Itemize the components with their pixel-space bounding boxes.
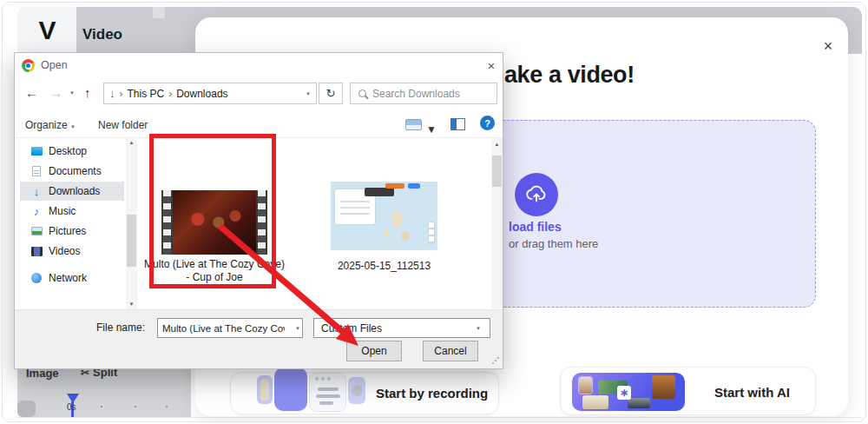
upload-button[interactable] — [515, 173, 558, 216]
pictures-icon — [30, 226, 43, 236]
timeline-zero-label: 0s — [67, 402, 76, 412]
breadcrumb-separator: › — [120, 88, 123, 100]
file-type-select[interactable]: Custom Files ▼ — [313, 318, 490, 338]
start-with-ai-label: Start with AI — [714, 385, 790, 400]
search-field[interactable] — [350, 83, 497, 104]
toolbar-separator — [15, 137, 503, 138]
downloads-icon: ↓ — [30, 186, 43, 196]
forward-button[interactable]: → — [49, 85, 62, 100]
file-name-combo[interactable]: ▼ — [157, 318, 303, 338]
app-logo-letter: V — [38, 16, 55, 45]
view-thumbnails-icon[interactable] — [405, 119, 422, 130]
preview-pane-icon[interactable] — [450, 118, 465, 130]
document-icon — [30, 166, 43, 176]
tab-notch — [153, 7, 165, 18]
file-name-dropdown-icon[interactable]: ▼ — [295, 326, 302, 331]
ai-tile-man — [652, 375, 675, 399]
history-dropdown-icon[interactable]: ▼ — [69, 90, 75, 96]
downloads-folder-icon: ↓ — [109, 87, 115, 100]
desktop-icon — [30, 146, 43, 156]
open-file-dialog: Open × ← → ▼ ↑ ↓ › This PC › Downloads ▼… — [14, 52, 503, 369]
view-dropdown-icon[interactable]: ▼ — [426, 123, 437, 136]
file-name-image[interactable]: 2025-05-15_112513 — [331, 260, 437, 273]
file-type-dropdown-icon: ▼ — [476, 326, 483, 331]
breadcrumb-downloads[interactable]: Downloads — [176, 88, 227, 100]
sidebar-item-downloads[interactable]: ↓Downloads — [20, 182, 124, 201]
map-tooltip — [365, 188, 394, 196]
film-strip-right — [256, 190, 267, 255]
organize-caret-icon: ▼ — [70, 124, 76, 129]
modal-heading: ake a video! — [504, 62, 635, 89]
map-zoom-controls — [429, 222, 434, 243]
ruler-tick — [101, 406, 102, 407]
dialog-title: Open — [41, 59, 68, 71]
app-logo[interactable]: V — [17, 7, 76, 54]
address-dropdown-icon[interactable]: ▼ — [306, 91, 311, 96]
dialog-footer: File name: ▼ Custom Files ▼ Open Cancel — [15, 309, 503, 368]
ai-tile-keyboard — [628, 398, 650, 408]
upload-hint: or drag them here — [509, 237, 598, 250]
map-button-orange — [385, 183, 404, 189]
breadcrumb-this-pc[interactable]: This PC — [128, 88, 165, 100]
start-with-ai-card[interactable]: ∗ Start with AI — [560, 367, 816, 415]
videos-icon — [30, 246, 43, 256]
sidebar-item-network[interactable]: Network — [20, 268, 124, 288]
search-icon — [358, 89, 366, 97]
network-icon — [30, 273, 43, 283]
film-strip-left — [161, 190, 173, 255]
refresh-button[interactable]: ↻ — [319, 83, 343, 104]
help-icon[interactable]: ? — [480, 116, 495, 130]
scrollbar-thumb[interactable] — [492, 156, 502, 187]
upload-files-link[interactable]: load files — [509, 220, 562, 234]
start-by-recording-label: Start by recording — [376, 386, 488, 401]
editor-timeline: Image ✂Split 0s — [17, 369, 191, 417]
recording-ghost-tile — [257, 375, 273, 404]
sidebar-item-desktop[interactable]: Desktop — [20, 142, 124, 161]
sidebar-item-documents[interactable]: Documents — [20, 162, 124, 181]
tab-video[interactable]: Video — [82, 26, 122, 43]
file-image-thumbnail[interactable] — [331, 182, 437, 250]
screenshot-root: V Video Image ✂Split 0s × ake a video! l… — [0, 0, 868, 424]
organize-menu[interactable]: Organize ▼ — [25, 119, 76, 131]
close-icon[interactable]: × — [819, 36, 838, 56]
start-by-recording-card[interactable]: Start by recording — [230, 372, 499, 414]
filelist-scrollbar[interactable]: ▲ — [491, 138, 503, 308]
address-bar[interactable]: ↓ › This PC › Downloads ▼ — [103, 83, 317, 104]
up-button[interactable]: ↑ — [84, 85, 91, 100]
ruler-tick — [166, 406, 168, 407]
resize-grip[interactable] — [492, 357, 499, 364]
recording-ghost-tile — [348, 377, 365, 404]
ai-collage: ∗ — [572, 373, 685, 411]
scrollbar-thumb[interactable] — [127, 215, 136, 267]
scroll-down-icon[interactable]: ▼ — [126, 298, 137, 309]
file-name-label: File name: — [96, 321, 145, 334]
new-folder-button[interactable]: New folder — [98, 119, 148, 131]
ai-tile-hat — [582, 395, 608, 409]
file-name-input[interactable] — [158, 323, 285, 334]
sidebar-item-videos[interactable]: Videos — [20, 242, 124, 261]
search-input[interactable] — [372, 88, 477, 100]
chrome-icon — [22, 59, 35, 72]
file-video-thumbnail[interactable] — [161, 190, 267, 255]
sidebar-item-music[interactable]: ♪Music — [20, 202, 124, 221]
timeline-clip[interactable] — [17, 401, 36, 417]
dialog-close-icon[interactable]: × — [483, 57, 499, 73]
recording-script-tile — [309, 373, 346, 412]
file-type-value: Custom Files — [321, 322, 382, 335]
file-name-video[interactable]: Multo (Live at The Cozy Cove) - Cup of J… — [141, 258, 287, 284]
sidebar-item-pictures[interactable]: Pictures — [20, 222, 124, 241]
ai-tile-portrait — [579, 377, 592, 394]
recording-webcam-tile — [274, 368, 307, 411]
scroll-up-icon[interactable]: ▲ — [126, 136, 137, 148]
cloud-upload-icon — [525, 183, 548, 206]
scroll-up-icon[interactable]: ▲ — [491, 138, 503, 149]
video-preview-image — [173, 190, 256, 255]
breadcrumb-separator: › — [168, 88, 172, 100]
frame-bottom-line — [17, 417, 862, 418]
sidebar-scrollbar[interactable]: ▲ ▼ — [126, 136, 137, 309]
open-button[interactable]: Open — [346, 341, 402, 361]
map-button-blue — [408, 183, 420, 189]
cancel-button[interactable]: Cancel — [423, 341, 478, 361]
back-button[interactable]: ← — [25, 85, 38, 100]
sparkle-icon: ∗ — [617, 386, 631, 400]
